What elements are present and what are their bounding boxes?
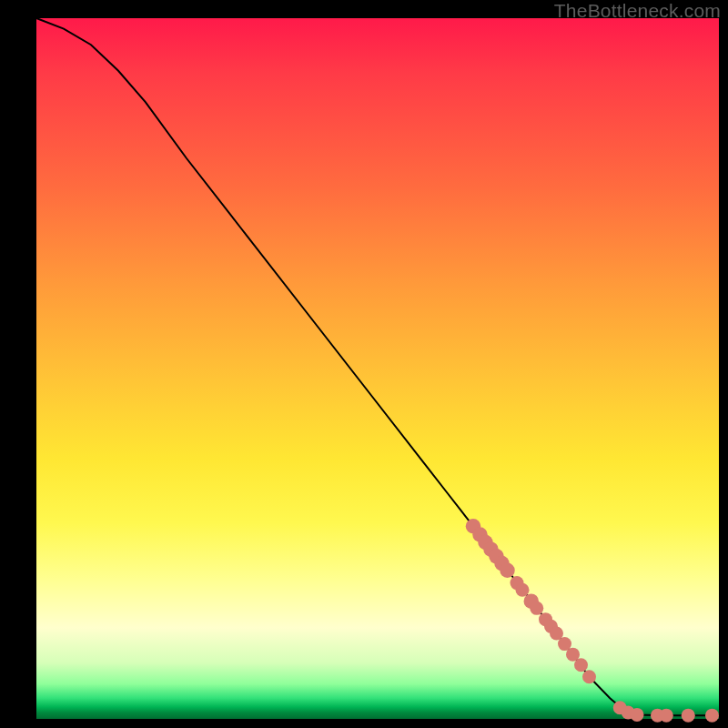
data-marker [631, 708, 644, 722]
chart-overlay [36, 18, 719, 719]
watermark-text: TheBottleneck.com [554, 0, 721, 22]
plot-area [36, 18, 719, 719]
data-marker [705, 709, 719, 723]
data-marker [660, 709, 673, 723]
bottleneck-curve [36, 18, 719, 715]
data-marker [500, 563, 515, 579]
data-marker [574, 658, 588, 672]
data-marker [530, 602, 543, 615]
data-marker [516, 583, 530, 597]
chart-stage: TheBottleneck.com [0, 0, 728, 728]
data-marker [682, 709, 695, 723]
data-marker [582, 670, 596, 683]
data-markers [466, 519, 719, 723]
